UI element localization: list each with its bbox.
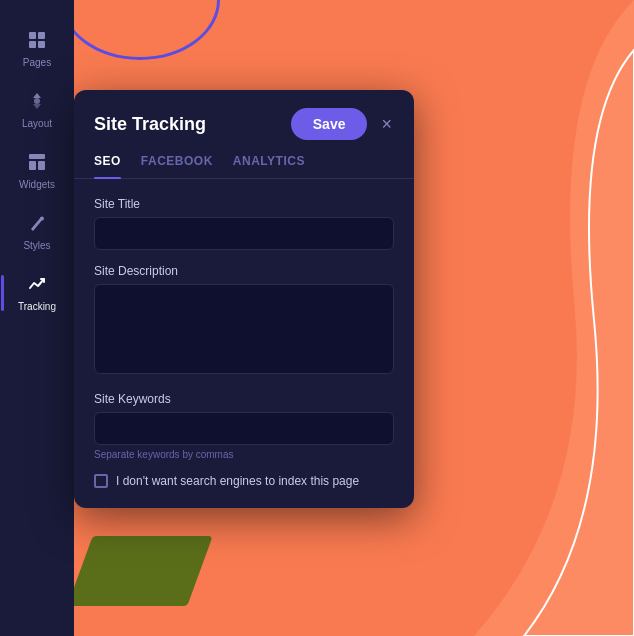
tracking-icon [27, 274, 47, 297]
sidebar: Pages Layout Widgets St [0, 0, 74, 636]
site-description-group: Site Description [94, 264, 394, 378]
site-title-label: Site Title [94, 197, 394, 211]
sidebar-item-label-widgets: Widgets [19, 179, 55, 191]
sidebar-item-label-pages: Pages [23, 57, 51, 69]
header-actions: Save × [291, 108, 394, 140]
sidebar-item-label-tracking: Tracking [18, 301, 56, 313]
svg-rect-6 [29, 161, 36, 170]
site-keywords-label: Site Keywords [94, 392, 394, 406]
site-keywords-hint: Separate keywords by commas [94, 449, 394, 460]
svg-rect-5 [29, 154, 45, 159]
pages-icon [27, 30, 47, 53]
svg-point-4 [34, 98, 40, 104]
no-index-label: I don't want search engines to index thi… [116, 474, 359, 488]
site-keywords-input[interactable] [94, 412, 394, 445]
modal-header: Site Tracking Save × [74, 90, 414, 154]
sidebar-item-styles[interactable]: Styles [5, 203, 69, 260]
tabs-container: SEO FACEBOOK ANALYTICS [74, 154, 414, 179]
tab-seo[interactable]: SEO [94, 154, 121, 178]
modal-title: Site Tracking [94, 114, 206, 135]
layout-icon [27, 91, 47, 114]
sidebar-item-widgets[interactable]: Widgets [5, 142, 69, 199]
svg-rect-2 [29, 41, 36, 48]
no-index-row: I don't want search engines to index thi… [94, 474, 394, 488]
site-description-input[interactable] [94, 284, 394, 374]
sidebar-item-pages[interactable]: Pages [5, 20, 69, 77]
bg-circle-decoration [60, 0, 220, 60]
sidebar-item-tracking[interactable]: Tracking [5, 264, 69, 321]
no-index-checkbox[interactable] [94, 474, 108, 488]
tab-facebook[interactable]: FACEBOOK [141, 154, 213, 178]
styles-icon [27, 213, 47, 236]
site-description-label: Site Description [94, 264, 394, 278]
site-title-group: Site Title [94, 197, 394, 250]
svg-point-8 [40, 217, 44, 221]
sidebar-item-label-layout: Layout [22, 118, 52, 130]
close-button[interactable]: × [379, 113, 394, 135]
save-button[interactable]: Save [291, 108, 368, 140]
modal-body: Site Title Site Description Site Keyword… [74, 179, 414, 508]
widgets-icon [27, 152, 47, 175]
sidebar-item-layout[interactable]: Layout [5, 81, 69, 138]
bg-diamond-decoration [67, 536, 212, 606]
sidebar-item-label-styles: Styles [23, 240, 50, 252]
site-keywords-group: Site Keywords Separate keywords by comma… [94, 392, 394, 460]
tab-analytics[interactable]: ANALYTICS [233, 154, 305, 178]
svg-rect-7 [38, 161, 45, 170]
svg-rect-0 [29, 32, 36, 39]
site-title-input[interactable] [94, 217, 394, 250]
svg-rect-3 [38, 41, 45, 48]
site-tracking-modal: Site Tracking Save × SEO FACEBOOK ANALYT… [74, 90, 414, 508]
svg-rect-1 [38, 32, 45, 39]
